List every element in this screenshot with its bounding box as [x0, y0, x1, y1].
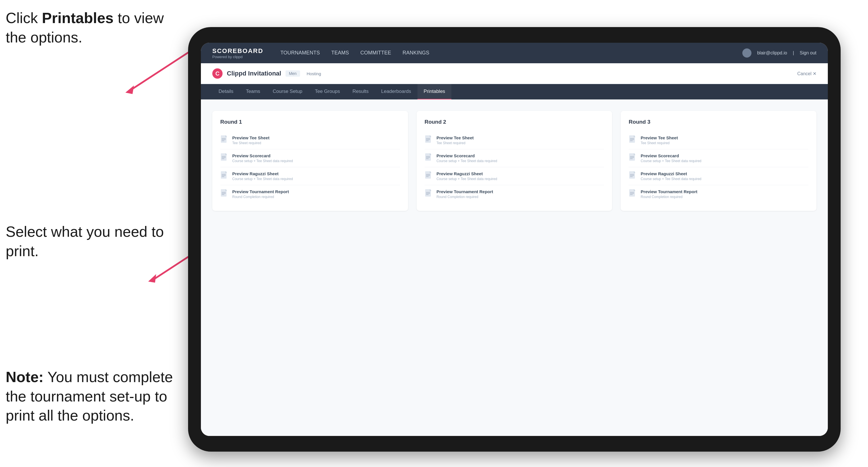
print-item-text-r1-4: Preview Tournament ReportRound Completio… [232, 189, 289, 199]
tournament-status: Hosting [307, 71, 321, 76]
doc-icon [220, 189, 228, 198]
print-item-text-r3-1: Preview Tee SheetTee Sheet required [641, 135, 678, 145]
separator: | [793, 51, 794, 56]
sub-nav: Details Teams Course Setup Tee Groups Re… [201, 84, 828, 99]
main-content: Round 1 Preview Tee SheetTee Sheet requi… [201, 99, 828, 436]
print-item-text-r1-1: Preview Tee SheetTee Sheet required [232, 135, 270, 145]
print-item-text-r2-1: Preview Tee SheetTee Sheet required [437, 135, 474, 145]
doc-icon [629, 171, 637, 180]
cancel-button[interactable]: Cancel ✕ [797, 71, 816, 76]
svg-marker-1 [125, 86, 134, 94]
print-item-title-r3-3: Preview Raguzzi Sheet [641, 171, 701, 176]
doc-icon [220, 135, 228, 145]
print-item-r2-2[interactable]: Preview ScorecardCourse setup + Tee Shee… [425, 149, 604, 167]
nav-right: blair@clippd.io | Sign out [742, 49, 816, 58]
print-item-text-r2-3: Preview Raguzzi SheetCourse setup + Tee … [437, 171, 497, 181]
brand: SCOREBOARD Powered by clippd [212, 47, 263, 59]
svg-line-0 [131, 47, 197, 90]
print-item-subtitle-r3-3: Course setup + Tee Sheet data required [641, 177, 701, 181]
round-3-title: Round 3 [629, 119, 808, 125]
tab-leaderboards[interactable]: Leaderboards [375, 84, 417, 99]
print-item-title-r3-2: Preview Scorecard [641, 153, 701, 158]
tablet-frame: SCOREBOARD Powered by clippd TOURNAMENTS… [188, 27, 841, 452]
doc-icon [629, 135, 637, 145]
print-item-text-r1-2: Preview ScorecardCourse setup + Tee Shee… [232, 153, 293, 163]
print-item-r2-3[interactable]: Preview Raguzzi SheetCourse setup + Tee … [425, 167, 604, 185]
nav-committee[interactable]: COMMITTEE [361, 49, 391, 58]
print-item-title-r1-1: Preview Tee Sheet [232, 135, 270, 140]
round-2-title: Round 2 [425, 119, 604, 125]
print-item-title-r2-4: Preview Tournament Report [437, 189, 493, 194]
doc-icon [425, 153, 433, 162]
print-item-r1-3[interactable]: Preview Raguzzi SheetCourse setup + Tee … [220, 167, 400, 185]
tournament-badge: Men [285, 70, 300, 76]
nav-items: TOURNAMENTS TEAMS COMMITTEE RANKINGS [280, 49, 742, 58]
tab-tee-groups[interactable]: Tee Groups [309, 84, 346, 99]
tab-results[interactable]: Results [346, 84, 375, 99]
print-item-text-r3-3: Preview Raguzzi SheetCourse setup + Tee … [641, 171, 701, 181]
print-item-text-r3-4: Preview Tournament ReportRound Completio… [641, 189, 697, 199]
print-item-subtitle-r3-4: Round Completion required [641, 195, 697, 199]
print-item-title-r1-4: Preview Tournament Report [232, 189, 289, 194]
print-item-text-r3-2: Preview ScorecardCourse setup + Tee Shee… [641, 153, 701, 163]
annotation-note: Note: You must complete the tournament s… [6, 368, 177, 426]
print-item-subtitle-r2-4: Round Completion required [437, 195, 493, 199]
doc-icon [629, 189, 637, 198]
nav-rankings[interactable]: RANKINGS [403, 49, 429, 58]
round-1-column: Round 1 Preview Tee SheetTee Sheet requi… [212, 111, 408, 211]
print-item-r3-1[interactable]: Preview Tee SheetTee Sheet required [629, 131, 808, 149]
print-item-title-r2-1: Preview Tee Sheet [437, 135, 474, 140]
tab-course-setup[interactable]: Course Setup [267, 84, 309, 99]
print-item-r3-3[interactable]: Preview Raguzzi SheetCourse setup + Tee … [629, 167, 808, 185]
doc-icon [220, 171, 228, 180]
print-item-title-r2-3: Preview Raguzzi Sheet [437, 171, 497, 176]
round-1-title: Round 1 [220, 119, 400, 125]
print-item-r2-1[interactable]: Preview Tee SheetTee Sheet required [425, 131, 604, 149]
print-item-r1-2[interactable]: Preview ScorecardCourse setup + Tee Shee… [220, 149, 400, 167]
tournament-header: C Clippd Invitational Men Hosting Cancel… [201, 63, 828, 84]
print-item-subtitle-r2-3: Course setup + Tee Sheet data required [437, 177, 497, 181]
tab-printables[interactable]: Printables [417, 84, 452, 99]
doc-icon [220, 153, 228, 162]
print-item-title-r2-2: Preview Scorecard [437, 153, 497, 158]
tab-teams[interactable]: Teams [240, 84, 267, 99]
print-item-title-r1-2: Preview Scorecard [232, 153, 293, 158]
print-item-subtitle-r3-2: Course setup + Tee Sheet data required [641, 159, 701, 163]
rounds-grid: Round 1 Preview Tee SheetTee Sheet requi… [212, 111, 816, 211]
annotation-printables: Click Printables to view the options. [6, 8, 171, 47]
print-item-r3-4[interactable]: Preview Tournament ReportRound Completio… [629, 185, 808, 203]
print-item-r1-4[interactable]: Preview Tournament ReportRound Completio… [220, 185, 400, 203]
tab-details[interactable]: Details [212, 84, 240, 99]
print-item-text-r2-2: Preview ScorecardCourse setup + Tee Shee… [437, 153, 497, 163]
print-item-text-r1-3: Preview Raguzzi SheetCourse setup + Tee … [232, 171, 293, 181]
print-item-r1-1[interactable]: Preview Tee SheetTee Sheet required [220, 131, 400, 149]
print-item-subtitle-r1-3: Course setup + Tee Sheet data required [232, 177, 293, 181]
print-item-r2-4[interactable]: Preview Tournament ReportRound Completio… [425, 185, 604, 203]
doc-icon [425, 171, 433, 180]
print-item-subtitle-r3-1: Tee Sheet required [641, 141, 678, 145]
tournament-title-row: C Clippd Invitational Men Hosting [212, 68, 321, 79]
brand-title: SCOREBOARD [212, 47, 263, 55]
top-nav: SCOREBOARD Powered by clippd TOURNAMENTS… [201, 43, 828, 63]
sign-out-link[interactable]: Sign out [800, 51, 816, 56]
round-2-column: Round 2 Preview Tee SheetTee Sheet requi… [416, 111, 612, 211]
print-item-r3-2[interactable]: Preview ScorecardCourse setup + Tee Shee… [629, 149, 808, 167]
round-3-column: Round 3 Preview Tee SheetTee Sheet requi… [621, 111, 816, 211]
print-item-subtitle-r2-2: Course setup + Tee Sheet data required [437, 159, 497, 163]
tournament-name: Clippd Invitational [227, 70, 281, 77]
tablet-screen: SCOREBOARD Powered by clippd TOURNAMENTS… [201, 43, 828, 436]
nav-tournaments[interactable]: TOURNAMENTS [280, 49, 320, 58]
svg-marker-3 [148, 274, 156, 283]
doc-icon [425, 135, 433, 145]
user-email: blair@clippd.io [757, 51, 787, 56]
print-item-title-r3-4: Preview Tournament Report [641, 189, 697, 194]
print-item-subtitle-r2-1: Tee Sheet required [437, 141, 474, 145]
doc-icon [425, 189, 433, 198]
nav-teams[interactable]: TEAMS [332, 49, 349, 58]
print-item-subtitle-r1-4: Round Completion required [232, 195, 289, 199]
user-avatar [742, 49, 751, 58]
print-item-title-r1-3: Preview Raguzzi Sheet [232, 171, 293, 176]
doc-icon [629, 153, 637, 162]
print-item-title-r3-1: Preview Tee Sheet [641, 135, 678, 140]
print-item-text-r2-4: Preview Tournament ReportRound Completio… [437, 189, 493, 199]
